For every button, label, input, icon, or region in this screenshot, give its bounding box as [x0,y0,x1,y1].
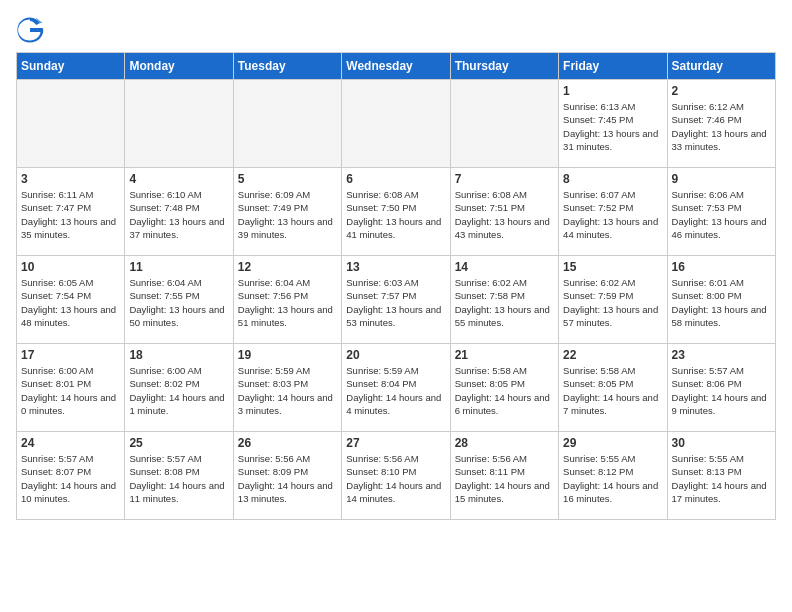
day-info: Sunrise: 6:04 AM Sunset: 7:55 PM Dayligh… [129,276,228,329]
day-info: Sunrise: 6:05 AM Sunset: 7:54 PM Dayligh… [21,276,120,329]
day-number: 6 [346,172,445,186]
day-number: 7 [455,172,554,186]
day-info: Sunrise: 5:58 AM Sunset: 8:05 PM Dayligh… [455,364,554,417]
calendar-day-cell: 7Sunrise: 6:08 AM Sunset: 7:51 PM Daylig… [450,168,558,256]
calendar-day-cell: 20Sunrise: 5:59 AM Sunset: 8:04 PM Dayli… [342,344,450,432]
day-number: 23 [672,348,771,362]
day-info: Sunrise: 6:00 AM Sunset: 8:01 PM Dayligh… [21,364,120,417]
calendar-day-cell: 22Sunrise: 5:58 AM Sunset: 8:05 PM Dayli… [559,344,667,432]
calendar-day-cell: 17Sunrise: 6:00 AM Sunset: 8:01 PM Dayli… [17,344,125,432]
calendar-day-cell [233,80,341,168]
calendar-day-cell: 15Sunrise: 6:02 AM Sunset: 7:59 PM Dayli… [559,256,667,344]
calendar-week-row: 10Sunrise: 6:05 AM Sunset: 7:54 PM Dayli… [17,256,776,344]
day-info: Sunrise: 6:10 AM Sunset: 7:48 PM Dayligh… [129,188,228,241]
calendar-week-row: 3Sunrise: 6:11 AM Sunset: 7:47 PM Daylig… [17,168,776,256]
day-number: 4 [129,172,228,186]
day-info: Sunrise: 6:08 AM Sunset: 7:51 PM Dayligh… [455,188,554,241]
calendar-week-row: 17Sunrise: 6:00 AM Sunset: 8:01 PM Dayli… [17,344,776,432]
calendar-day-cell: 5Sunrise: 6:09 AM Sunset: 7:49 PM Daylig… [233,168,341,256]
day-of-week-header: Monday [125,53,233,80]
calendar-day-cell [342,80,450,168]
day-number: 24 [21,436,120,450]
day-of-week-header: Sunday [17,53,125,80]
day-number: 12 [238,260,337,274]
day-number: 16 [672,260,771,274]
day-info: Sunrise: 6:07 AM Sunset: 7:52 PM Dayligh… [563,188,662,241]
day-number: 21 [455,348,554,362]
day-number: 14 [455,260,554,274]
calendar-day-cell: 9Sunrise: 6:06 AM Sunset: 7:53 PM Daylig… [667,168,775,256]
calendar-day-cell: 25Sunrise: 5:57 AM Sunset: 8:08 PM Dayli… [125,432,233,520]
calendar-day-cell: 1Sunrise: 6:13 AM Sunset: 7:45 PM Daylig… [559,80,667,168]
day-of-week-header: Wednesday [342,53,450,80]
calendar-header-row: SundayMondayTuesdayWednesdayThursdayFrid… [17,53,776,80]
calendar-day-cell: 2Sunrise: 6:12 AM Sunset: 7:46 PM Daylig… [667,80,775,168]
day-info: Sunrise: 5:57 AM Sunset: 8:07 PM Dayligh… [21,452,120,505]
day-info: Sunrise: 6:06 AM Sunset: 7:53 PM Dayligh… [672,188,771,241]
day-info: Sunrise: 5:59 AM Sunset: 8:03 PM Dayligh… [238,364,337,417]
day-info: Sunrise: 5:55 AM Sunset: 8:12 PM Dayligh… [563,452,662,505]
calendar-day-cell: 6Sunrise: 6:08 AM Sunset: 7:50 PM Daylig… [342,168,450,256]
day-info: Sunrise: 6:13 AM Sunset: 7:45 PM Dayligh… [563,100,662,153]
calendar-day-cell: 3Sunrise: 6:11 AM Sunset: 7:47 PM Daylig… [17,168,125,256]
calendar-day-cell: 14Sunrise: 6:02 AM Sunset: 7:58 PM Dayli… [450,256,558,344]
calendar-day-cell: 26Sunrise: 5:56 AM Sunset: 8:09 PM Dayli… [233,432,341,520]
calendar-day-cell: 16Sunrise: 6:01 AM Sunset: 8:00 PM Dayli… [667,256,775,344]
day-of-week-header: Thursday [450,53,558,80]
calendar-day-cell: 13Sunrise: 6:03 AM Sunset: 7:57 PM Dayli… [342,256,450,344]
day-info: Sunrise: 5:56 AM Sunset: 8:11 PM Dayligh… [455,452,554,505]
calendar-day-cell: 12Sunrise: 6:04 AM Sunset: 7:56 PM Dayli… [233,256,341,344]
day-number: 28 [455,436,554,450]
day-number: 9 [672,172,771,186]
day-number: 3 [21,172,120,186]
calendar-day-cell [17,80,125,168]
day-info: Sunrise: 6:04 AM Sunset: 7:56 PM Dayligh… [238,276,337,329]
day-info: Sunrise: 6:00 AM Sunset: 8:02 PM Dayligh… [129,364,228,417]
calendar-day-cell: 23Sunrise: 5:57 AM Sunset: 8:06 PM Dayli… [667,344,775,432]
day-info: Sunrise: 6:03 AM Sunset: 7:57 PM Dayligh… [346,276,445,329]
day-number: 1 [563,84,662,98]
day-number: 2 [672,84,771,98]
day-number: 30 [672,436,771,450]
day-info: Sunrise: 5:57 AM Sunset: 8:08 PM Dayligh… [129,452,228,505]
calendar-day-cell: 4Sunrise: 6:10 AM Sunset: 7:48 PM Daylig… [125,168,233,256]
calendar-table: SundayMondayTuesdayWednesdayThursdayFrid… [16,52,776,520]
calendar-day-cell: 18Sunrise: 6:00 AM Sunset: 8:02 PM Dayli… [125,344,233,432]
calendar-day-cell: 19Sunrise: 5:59 AM Sunset: 8:03 PM Dayli… [233,344,341,432]
day-number: 20 [346,348,445,362]
calendar-day-cell: 30Sunrise: 5:55 AM Sunset: 8:13 PM Dayli… [667,432,775,520]
day-number: 29 [563,436,662,450]
calendar-day-cell: 10Sunrise: 6:05 AM Sunset: 7:54 PM Dayli… [17,256,125,344]
day-info: Sunrise: 6:02 AM Sunset: 7:58 PM Dayligh… [455,276,554,329]
day-info: Sunrise: 5:57 AM Sunset: 8:06 PM Dayligh… [672,364,771,417]
day-number: 10 [21,260,120,274]
day-info: Sunrise: 5:56 AM Sunset: 8:09 PM Dayligh… [238,452,337,505]
day-number: 25 [129,436,228,450]
calendar-day-cell: 28Sunrise: 5:56 AM Sunset: 8:11 PM Dayli… [450,432,558,520]
calendar-day-cell: 21Sunrise: 5:58 AM Sunset: 8:05 PM Dayli… [450,344,558,432]
day-of-week-header: Saturday [667,53,775,80]
day-info: Sunrise: 5:56 AM Sunset: 8:10 PM Dayligh… [346,452,445,505]
calendar-day-cell [125,80,233,168]
calendar-day-cell: 29Sunrise: 5:55 AM Sunset: 8:12 PM Dayli… [559,432,667,520]
logo-icon [16,16,44,44]
day-info: Sunrise: 6:01 AM Sunset: 8:00 PM Dayligh… [672,276,771,329]
day-number: 11 [129,260,228,274]
calendar-week-row: 1Sunrise: 6:13 AM Sunset: 7:45 PM Daylig… [17,80,776,168]
day-info: Sunrise: 5:59 AM Sunset: 8:04 PM Dayligh… [346,364,445,417]
day-number: 17 [21,348,120,362]
calendar-day-cell: 24Sunrise: 5:57 AM Sunset: 8:07 PM Dayli… [17,432,125,520]
day-info: Sunrise: 5:55 AM Sunset: 8:13 PM Dayligh… [672,452,771,505]
day-info: Sunrise: 6:08 AM Sunset: 7:50 PM Dayligh… [346,188,445,241]
day-number: 13 [346,260,445,274]
day-info: Sunrise: 6:02 AM Sunset: 7:59 PM Dayligh… [563,276,662,329]
day-of-week-header: Friday [559,53,667,80]
day-number: 5 [238,172,337,186]
calendar-day-cell: 27Sunrise: 5:56 AM Sunset: 8:10 PM Dayli… [342,432,450,520]
calendar-week-row: 24Sunrise: 5:57 AM Sunset: 8:07 PM Dayli… [17,432,776,520]
calendar-day-cell: 11Sunrise: 6:04 AM Sunset: 7:55 PM Dayli… [125,256,233,344]
calendar-day-cell [450,80,558,168]
day-number: 26 [238,436,337,450]
logo [16,16,48,44]
day-number: 22 [563,348,662,362]
